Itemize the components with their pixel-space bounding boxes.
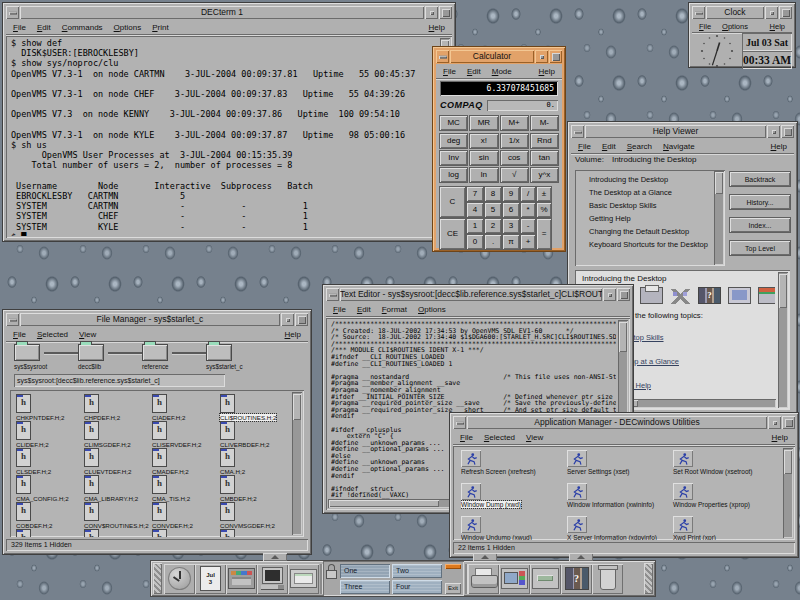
- panel-style-manager-button[interactable]: [499, 564, 530, 594]
- topic-tree[interactable]: Introducing the DesktopThe Desktop at a …: [575, 170, 725, 266]
- calculator-button[interactable]: M+: [501, 116, 528, 130]
- help-topic[interactable]: Getting Help: [580, 212, 709, 225]
- file-item[interactable]: CLSDEF.H;2: [16, 448, 84, 475]
- application-item[interactable]: Window Properties (xprop): [673, 483, 779, 516]
- application-item[interactable]: Set Root Window (xsetroot): [673, 450, 779, 483]
- application-item[interactable]: Xwd Print (xpr): [673, 516, 779, 540]
- menu-item[interactable]: Navigate: [663, 142, 695, 151]
- application-item[interactable]: Window Dump (xwd): [461, 483, 567, 516]
- panel-terminal-button[interactable]: [257, 564, 288, 594]
- calculator-button[interactable]: ln: [470, 168, 497, 182]
- file-item[interactable]: CMADEF.H;2: [152, 448, 220, 475]
- path-field[interactable]: sys$sysroot:[decc$lib.reference.sys$star…: [14, 374, 225, 387]
- calculator-button[interactable]: %: [537, 203, 551, 217]
- file-item-clipped[interactable]: [220, 529, 288, 537]
- calculator-button[interactable]: π: [503, 235, 519, 249]
- menu-item[interactable]: File: [699, 22, 711, 31]
- calculator-button[interactable]: M-: [531, 116, 558, 130]
- file-item[interactable]: CMBDEF.H;2: [220, 475, 288, 502]
- window-menu-button[interactable]: [692, 6, 705, 19]
- calculator-button[interactable]: 0: [467, 235, 483, 249]
- calculator-button[interactable]: cos: [501, 151, 528, 165]
- application-item[interactable]: Refresh Screen (xrefresh): [461, 450, 567, 483]
- maximize-button[interactable]: [439, 6, 452, 19]
- nav-button[interactable]: Index...: [730, 218, 790, 232]
- window-menu-button[interactable]: [453, 416, 466, 429]
- maximize-button[interactable]: [779, 6, 792, 19]
- menu-item[interactable]: Options: [418, 305, 446, 314]
- help-topic[interactable]: Changing the Default Desktop: [580, 225, 709, 238]
- workspace-button[interactable]: Three: [340, 580, 390, 594]
- menu-item[interactable]: File: [13, 330, 26, 339]
- maximize-button[interactable]: [617, 288, 630, 301]
- file-item[interactable]: CMA_TIS.H;2: [152, 475, 220, 502]
- menu-item[interactable]: Edit: [602, 142, 616, 151]
- minimize-button[interactable]: [425, 6, 438, 19]
- calculator-button[interactable]: *: [521, 203, 535, 217]
- maximize-button[interactable]: [549, 50, 562, 63]
- calculator-button[interactable]: 2: [485, 219, 501, 233]
- calculator-button[interactable]: Inv: [440, 151, 467, 165]
- clear-entry-button[interactable]: CE: [440, 219, 465, 249]
- calculator-button[interactable]: deg: [440, 134, 467, 148]
- workspace-button[interactable]: Four: [392, 580, 442, 594]
- file-item-clipped[interactable]: [152, 529, 220, 537]
- subpanel-arrow[interactable]: [263, 553, 287, 561]
- file-item[interactable]: CMA_CONFIG.H;2: [16, 475, 84, 502]
- file-item[interactable]: CLIVERBDEF.H;2: [220, 421, 288, 448]
- calculator-button[interactable]: 5: [485, 203, 501, 217]
- help-topic[interactable]: The Desktop at a Glance: [580, 186, 709, 199]
- equals-button[interactable]: =: [537, 219, 551, 249]
- file-item-clipped[interactable]: [84, 529, 152, 537]
- calculator-button[interactable]: +: [521, 235, 535, 249]
- minimize-button[interactable]: [767, 125, 780, 138]
- minimize-button[interactable]: [281, 313, 294, 326]
- panel-handle[interactable]: [153, 563, 162, 594]
- menu-item[interactable]: Search: [627, 142, 652, 151]
- menu-item[interactable]: Selected: [484, 433, 515, 442]
- menu-item[interactable]: Commands: [62, 23, 103, 32]
- maximize-button[interactable]: [295, 313, 308, 326]
- nav-button[interactable]: Top Level: [730, 241, 790, 255]
- calculator-button[interactable]: 1/x: [501, 134, 528, 148]
- panel-application-manager-button[interactable]: [530, 564, 561, 594]
- menu-item[interactable]: Edit: [467, 67, 481, 76]
- window-menu-button[interactable]: [436, 50, 449, 63]
- calculator-button[interactable]: Rnd: [531, 134, 558, 148]
- menu-item-help[interactable]: Help: [770, 22, 785, 31]
- workspace-button[interactable]: One: [340, 564, 390, 578]
- panel-printer-button[interactable]: [468, 564, 499, 594]
- maximize-button[interactable]: [781, 125, 794, 138]
- file-item[interactable]: CLIMSGDEF.H;2: [84, 421, 152, 448]
- breadcrumb-folder[interactable]: reference: [142, 344, 206, 370]
- lock-icon[interactable]: [326, 564, 337, 578]
- file-item[interactable]: COBDEF.H;2: [16, 502, 84, 529]
- calculator-button[interactable]: 4: [467, 203, 483, 217]
- panel-calendar-button[interactable]: Jul 3: [195, 564, 226, 594]
- menu-item[interactable]: Options: [722, 22, 748, 31]
- exit-button[interactable]: Exit: [445, 583, 461, 594]
- breadcrumb-folder[interactable]: decc$lib: [78, 344, 142, 370]
- calculator-button[interactable]: 3: [503, 219, 519, 233]
- vertical-scrollbar[interactable]: [292, 392, 302, 535]
- calculator-button[interactable]: sin: [470, 151, 497, 165]
- panel-file-manager-button[interactable]: [226, 564, 257, 594]
- menu-item[interactable]: Mode: [492, 67, 512, 76]
- workspace-button[interactable]: Two: [392, 564, 442, 578]
- calculator-button[interactable]: MC: [440, 116, 467, 130]
- menu-item-help[interactable]: Help: [539, 67, 555, 76]
- window-menu-button[interactable]: [6, 6, 19, 19]
- file-item[interactable]: CHKPNTDEF.H;2: [16, 394, 84, 421]
- menu-item[interactable]: Options: [114, 23, 142, 32]
- menu-item[interactable]: Edit: [37, 23, 51, 32]
- file-item[interactable]: CLI$ROUTINES.H;2: [220, 394, 288, 421]
- calculator-button[interactable]: tan: [531, 151, 558, 165]
- file-item[interactable]: CLIDEF.H;2: [16, 421, 84, 448]
- file-item[interactable]: CIADEF.H;2: [152, 394, 220, 421]
- help-topic[interactable]: Introducing the Desktop: [580, 173, 709, 186]
- menu-item-help[interactable]: Help: [285, 330, 301, 339]
- calculator-button[interactable]: MR: [470, 116, 497, 130]
- breadcrumb-folder[interactable]: sys$sysroot: [14, 344, 78, 370]
- calculator-button[interactable]: y^x: [531, 168, 558, 182]
- calculator-button[interactable]: 8: [485, 187, 501, 201]
